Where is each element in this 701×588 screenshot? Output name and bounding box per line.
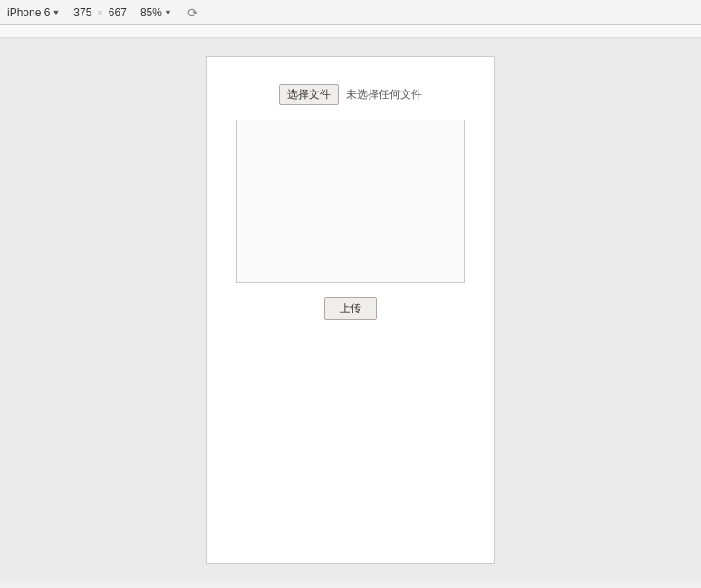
image-preview-area <box>236 120 465 283</box>
horizontal-ruler <box>0 25 701 38</box>
zoom-dropdown-arrow[interactable]: ▼ <box>164 8 172 17</box>
times-symbol: × <box>97 7 102 18</box>
file-input-row: 选择文件 未选择任何文件 <box>226 84 475 105</box>
upload-button[interactable]: 上传 <box>324 297 377 320</box>
device-frame: 选择文件 未选择任何文件 上传 <box>206 56 495 564</box>
zoom-value: 85% <box>140 6 162 19</box>
zoom-selector[interactable]: 85% ▼ <box>140 6 172 19</box>
device-selector[interactable]: iPhone 6 ▼ <box>7 6 60 19</box>
device-name-label: iPhone 6 <box>7 6 50 19</box>
spacer2 <box>178 7 180 18</box>
file-choose-button[interactable]: 选择文件 <box>279 84 339 105</box>
file-no-selected-label: 未选择任何文件 <box>346 87 422 102</box>
device-dropdown-arrow[interactable]: ▼ <box>52 8 60 17</box>
device-height: 667 <box>109 6 127 19</box>
dimension-separator <box>65 7 68 18</box>
spacer <box>132 7 135 18</box>
browser-toolbar: iPhone 6 ▼ 375 × 667 85% ▼ ⟳ <box>0 0 701 25</box>
device-content: 选择文件 未选择任何文件 上传 <box>207 57 494 338</box>
device-width: 375 <box>73 6 91 19</box>
main-area: 选择文件 未选择任何文件 上传 <box>0 38 701 581</box>
refresh-icon[interactable]: ⟳ <box>186 5 200 20</box>
